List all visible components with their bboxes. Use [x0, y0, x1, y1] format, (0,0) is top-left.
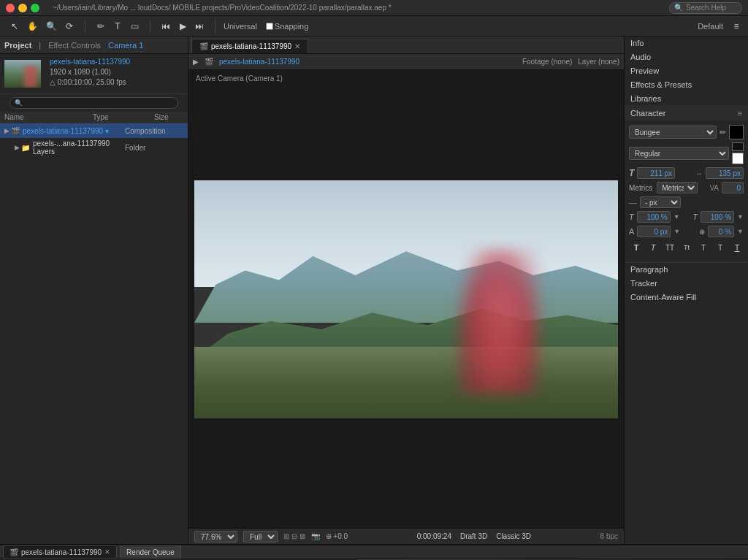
render-queue-tab[interactable]: Render Queue: [120, 545, 181, 559]
file-path: ~/Users/iain/Library/Mo ... loudDocs/ MO…: [53, 4, 392, 12]
text-style-row: T T TT Tt T T T: [629, 240, 744, 255]
tracking-input[interactable]: [706, 167, 744, 179]
stroke-swatch[interactable]: [732, 142, 744, 151]
zoom-select[interactable]: 77.6%: [194, 531, 237, 542]
scale-y-input[interactable]: [701, 211, 734, 223]
folder-icon: 📁: [21, 144, 30, 152]
preview-section[interactable]: Preview: [625, 64, 748, 78]
expand-icon-2: ▶: [15, 144, 20, 151]
bold-text-btn[interactable]: T: [629, 240, 644, 255]
italic-text-btn[interactable]: T: [646, 240, 660, 255]
super-text-btn[interactable]: T: [696, 240, 711, 255]
kerning-dash-icon: —: [629, 198, 637, 207]
zoom-tool[interactable]: 🔍: [43, 19, 60, 34]
metrics-select[interactable]: Metrics: [657, 182, 698, 193]
pen-tool[interactable]: ✏: [94, 19, 108, 34]
character-section-header[interactable]: Character ≡: [625, 106, 748, 120]
folder-item-name: pexels-...ana-11137990 Layers: [33, 139, 125, 156]
font-select[interactable]: Bungee: [629, 126, 717, 139]
thumbnail-area: pexels-tatiana-11137990 1920 x 1080 (1.0…: [0, 54, 188, 94]
smallcaps-text-btn[interactable]: Tt: [679, 240, 694, 255]
snapping-checkbox[interactable]: [266, 23, 273, 30]
scale-t-icon: T: [629, 212, 634, 221]
text-color-swatch[interactable]: [729, 125, 744, 139]
style-select[interactable]: Regular: [629, 147, 729, 160]
scale-t2-icon: T: [692, 212, 698, 221]
right-panel: Info Audio Preview Effects & Presets Lib…: [624, 37, 748, 544]
style-row: Regular: [629, 142, 744, 164]
fill-swatch[interactable]: [732, 153, 744, 164]
project-resolution: 1920 x 1080 (1.00): [50, 67, 130, 77]
content-aware-section[interactable]: Content-Aware Fill: [625, 291, 748, 304]
render-queue-label: Render Queue: [126, 548, 175, 556]
comp-breadcrumb-bar: ▶ 🎬 pexels-tatiana-11137990 Footage (non…: [188, 54, 624, 70]
col-name-header: Name: [4, 113, 90, 121]
toolbar-transform: ✏ T ▭: [91, 19, 145, 34]
camera-view-label: Active Camera (Camera 1): [196, 74, 283, 83]
workspace-menu[interactable]: ≡: [729, 19, 744, 34]
scale-x-input[interactable]: [637, 211, 671, 223]
transform-icons: ⊞ ⊟ ⊠: [283, 532, 305, 540]
prev-frame[interactable]: ⏮: [159, 19, 173, 34]
hand-tool[interactable]: ✋: [24, 19, 41, 34]
play-button[interactable]: ▶: [175, 19, 190, 34]
project-timecode: △ 0:00:10:00, 25.00 fps: [50, 77, 130, 88]
tsf-input[interactable]: [708, 226, 734, 237]
viewer-bottom-bar: 77.6% Full ⊞ ⊟ ⊠ 📷 ⊕ +0.0 0:00:09:24 Dra…: [188, 528, 624, 544]
bottom-area: 🎬 pexels-tatiana-11137990 ✕ Render Queue…: [0, 544, 748, 560]
selection-tool[interactable]: ↖: [7, 19, 22, 34]
kerning-row: — - px: [629, 196, 744, 208]
mountain-scene: [194, 180, 618, 418]
comp-preview: [194, 180, 618, 418]
pencil-icon[interactable]: ✏: [720, 128, 726, 137]
figure-blur: [454, 248, 542, 394]
effects-presets-section[interactable]: Effects & Presets: [625, 78, 748, 92]
comp-tab-main[interactable]: 🎬 pexels-tatiana-11137990 ✕: [191, 39, 308, 53]
camera-icon: 📷: [311, 532, 320, 540]
search-label: Search Help: [686, 4, 726, 12]
character-menu-icon[interactable]: ≡: [738, 109, 742, 118]
close-tab-icon[interactable]: ✕: [294, 42, 300, 50]
search-input[interactable]: [25, 99, 173, 107]
menu-bar: ~/Users/iain/Library/Mo ... loudDocs/ MO…: [0, 0, 748, 16]
project-search[interactable]: 🔍: [9, 97, 178, 109]
universal-label: Universal: [221, 22, 260, 31]
footage-label: Footage (none): [522, 58, 572, 66]
paragraph-section[interactable]: Paragraph: [625, 263, 748, 277]
caps-text-btn[interactable]: TT: [663, 240, 677, 255]
baseline-input[interactable]: [637, 226, 671, 237]
tracker-section[interactable]: Tracker: [625, 277, 748, 291]
maximize-button[interactable]: [31, 4, 39, 12]
next-frame[interactable]: ⏭: [192, 19, 207, 34]
character-panel: Bungee ✏ Regular T: [625, 120, 748, 262]
quality-select[interactable]: Full: [243, 531, 278, 542]
timeline-tab-main[interactable]: 🎬 pexels-tatiana-11137990 ✕: [3, 545, 117, 559]
chevron-down-icon-2: ▼: [737, 213, 744, 220]
rotate-tool[interactable]: ⟳: [62, 19, 77, 34]
font-size-input[interactable]: [637, 167, 675, 179]
minimize-button[interactable]: [18, 4, 27, 12]
info-section[interactable]: Info: [625, 37, 748, 50]
col-size-header: Size: [154, 113, 183, 121]
tl-tab-close[interactable]: ✕: [104, 548, 110, 556]
draft-3d-label: Draft 3D: [460, 532, 487, 540]
baseline-row: A ▼ ⊕ ▼: [629, 226, 744, 237]
project-item-comp[interactable]: ▶ 🎬 pexels-tatiana-11137990 ▾ Compositio…: [0, 123, 188, 138]
shape-tool[interactable]: ▭: [127, 19, 142, 34]
va-input[interactable]: [722, 182, 744, 193]
underline-text-btn[interactable]: T: [730, 240, 744, 255]
close-button[interactable]: [6, 4, 15, 12]
effect-controls-title: Effect Controls: [48, 41, 101, 50]
search-help[interactable]: 🔍 Search Help: [669, 2, 742, 14]
va-label: VA: [709, 184, 719, 192]
text-tool[interactable]: T: [110, 19, 125, 34]
audio-section[interactable]: Audio: [625, 50, 748, 64]
sub-text-btn[interactable]: T: [713, 240, 728, 255]
baseline-icon: A: [629, 227, 634, 236]
kerning-select[interactable]: - px: [640, 196, 681, 208]
libraries-section[interactable]: Libraries: [625, 92, 748, 106]
project-item-folder[interactable]: ▶ 📁 pexels-...ana-11137990 Layers Folder: [0, 138, 188, 157]
toolbar-tools: ↖ ✋ 🔍 ⟳: [4, 19, 80, 34]
search-icon-2: 🔍: [15, 99, 23, 107]
project-thumbnail: [4, 60, 41, 88]
